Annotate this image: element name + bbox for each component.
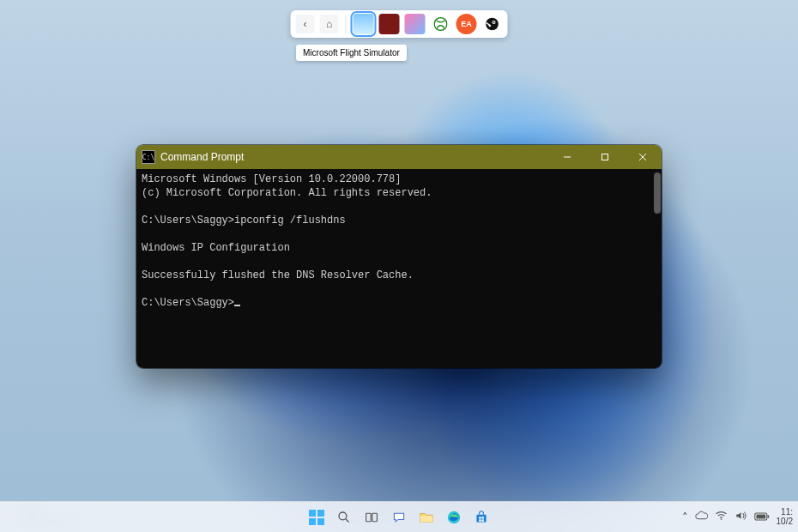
search-icon[interactable] xyxy=(335,508,354,527)
tray-wifi-icon[interactable] xyxy=(715,511,728,523)
svg-rect-7 xyxy=(317,510,324,517)
tray-onedrive-icon[interactable] xyxy=(695,511,708,523)
svg-rect-5 xyxy=(602,154,608,160)
close-button[interactable] xyxy=(624,145,662,169)
svg-rect-11 xyxy=(366,513,372,522)
launcher-tooltip: Microsoft Flight Simulator xyxy=(296,45,407,61)
taskbar-center xyxy=(307,508,491,527)
tray-battery-icon[interactable] xyxy=(754,511,770,523)
launcher-tile-game-red[interactable] xyxy=(379,14,400,34)
cmd-cursor xyxy=(234,305,240,306)
maximize-button[interactable] xyxy=(586,145,624,169)
svg-rect-6 xyxy=(309,510,316,517)
tray-chevron-up-icon[interactable]: ˄ xyxy=(682,511,688,523)
svg-rect-15 xyxy=(476,514,486,522)
svg-point-20 xyxy=(720,518,722,520)
svg-rect-22 xyxy=(767,515,769,517)
launcher-tile-xbox[interactable] xyxy=(431,14,451,34)
chat-icon[interactable] xyxy=(390,508,408,527)
taskbar xyxy=(0,501,798,532)
svg-rect-18 xyxy=(479,519,481,521)
launcher-tile-ea[interactable]: EA xyxy=(456,14,477,34)
file-explorer-icon[interactable] xyxy=(417,508,436,527)
tray-date: 10/2 xyxy=(777,517,793,526)
microsoft-store-icon[interactable] xyxy=(472,508,491,527)
minimize-button[interactable] xyxy=(548,145,586,169)
cmd-line: (c) Microsoft Corporation. All rights re… xyxy=(142,187,432,199)
game-launcher-bar: ‹ ⌂ EA xyxy=(291,10,508,38)
command-prompt-output[interactable]: Microsoft Windows [Version 10.0.22000.77… xyxy=(136,169,662,368)
cmd-line: C:\Users\Saggy>ipconfig /flushdns xyxy=(142,215,346,227)
svg-point-0 xyxy=(434,18,447,31)
command-prompt-title: Command Prompt xyxy=(160,151,244,163)
launcher-home-button[interactable]: ⌂ xyxy=(320,15,339,33)
system-tray: ˄ 11: 10/2 xyxy=(682,501,793,532)
task-view-icon[interactable] xyxy=(362,508,381,527)
tray-volume-icon[interactable] xyxy=(735,511,747,523)
svg-rect-19 xyxy=(481,519,483,521)
svg-rect-16 xyxy=(479,517,481,518)
cmd-line: Successfully flushed the DNS Resolver Ca… xyxy=(142,269,414,281)
svg-rect-17 xyxy=(481,517,483,518)
command-prompt-icon: C:\ xyxy=(142,150,155,164)
launcher-tile-flight-sim[interactable] xyxy=(354,14,374,34)
launcher-separator xyxy=(346,15,347,33)
tray-time: 11: xyxy=(777,507,793,517)
start-button[interactable] xyxy=(307,508,326,527)
command-prompt-window[interactable]: C:\ Command Prompt Microsoft Windows [Ve… xyxy=(136,145,662,368)
cmd-scrollbar-thumb[interactable] xyxy=(654,172,661,214)
svg-rect-8 xyxy=(309,518,316,525)
svg-point-10 xyxy=(339,512,347,520)
edge-icon[interactable] xyxy=(444,508,463,527)
svg-rect-13 xyxy=(420,516,432,522)
launcher-tile-steam[interactable] xyxy=(482,14,503,34)
tray-clock[interactable]: 11: 10/2 xyxy=(777,507,793,526)
cmd-line: Windows IP Configuration xyxy=(142,242,290,254)
command-prompt-titlebar[interactable]: C:\ Command Prompt xyxy=(136,145,662,169)
svg-rect-9 xyxy=(317,518,324,525)
svg-point-3 xyxy=(493,21,495,23)
launcher-back-button[interactable]: ‹ xyxy=(296,15,315,33)
cmd-prompt-line: C:\Users\Saggy> xyxy=(142,297,234,309)
svg-rect-23 xyxy=(756,514,765,518)
cmd-line: Microsoft Windows [Version 10.0.22000.77… xyxy=(142,173,401,185)
svg-rect-12 xyxy=(372,513,378,522)
launcher-tile-game-pink[interactable] xyxy=(405,14,426,34)
